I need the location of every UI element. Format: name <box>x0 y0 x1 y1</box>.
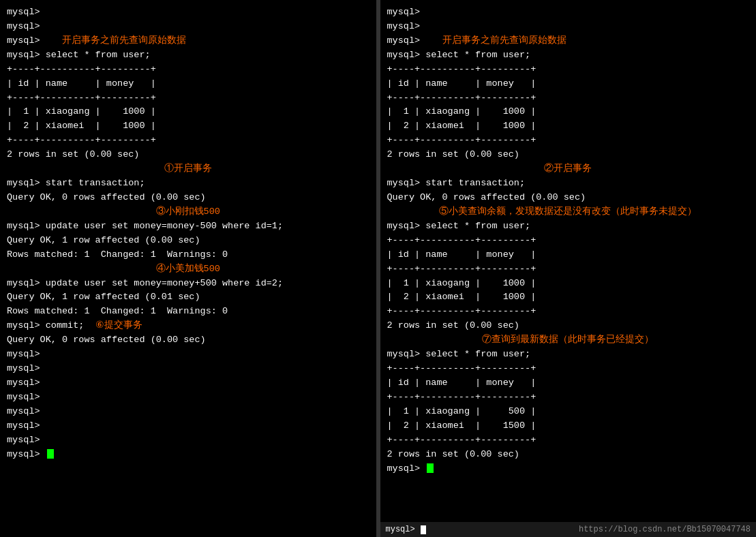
terminal-line: mysql> update user set money=money-500 w… <box>7 219 369 234</box>
terminal-line: | id | name | money | <box>387 376 750 390</box>
terminal-line: ②开启事务 <box>387 162 750 177</box>
terminal-line: 2 rows in set (0.00 sec) <box>7 148 369 162</box>
terminal-line: +----+----------+---------+ <box>387 134 750 148</box>
terminal-line: +----+----------+---------+ <box>387 262 750 277</box>
terminal-line: mysql> <box>7 376 369 390</box>
terminal-line: mysql> start transaction; <box>7 177 369 191</box>
terminal-line: +----+----------+---------+ <box>387 305 750 319</box>
terminal-line: ③小刚扣钱500 <box>7 205 369 219</box>
terminal-line: mysql> <box>7 5 369 20</box>
terminal-line: | id | name | money | <box>387 77 750 91</box>
terminal-line: mysql> update user set money=money+500 w… <box>7 277 369 291</box>
terminal-line: mysql> <box>7 20 369 34</box>
terminal-line: | id | name | money | <box>7 77 369 91</box>
terminal-line: mysql> <box>387 20 750 34</box>
terminal-line: ⑦查询到最新数据（此时事务已经提交） <box>387 333 750 348</box>
terminal-line: +----+----------+---------+ <box>387 362 750 376</box>
terminal-line: ④小美加钱500 <box>7 262 369 277</box>
terminal-line: mysql> 开启事务之前先查询原始数据 <box>7 34 369 48</box>
terminal-line: mysql> <box>7 419 369 433</box>
terminal-line: +----+----------+---------+ <box>387 433 750 448</box>
terminal-line: | 2 | xiaomei | 1500 | <box>387 419 750 433</box>
terminal-line: +----+----------+---------+ <box>7 134 369 148</box>
footer-bar: mysql>https://blog.csdn.net/Bb1507004774… <box>380 522 757 537</box>
terminal-line: mysql> select * from user; <box>387 48 750 63</box>
terminal-line: mysql> <box>387 462 750 476</box>
terminal-line: | 2 | xiaomei | 1000 | <box>7 119 369 134</box>
terminal-line: Query OK, 0 rows affected (0.00 sec) <box>7 333 369 348</box>
terminal-line: +----+----------+---------+ <box>387 390 750 405</box>
footer-cursor <box>421 525 426 534</box>
terminal-line: 2 rows in set (0.00 sec) <box>387 148 750 162</box>
terminal-line: 2 rows in set (0.00 sec) <box>387 319 750 333</box>
terminal-line: Rows matched: 1 Changed: 1 Warnings: 0 <box>7 248 369 262</box>
footer-url: https://blog.csdn.net/Bb15070047748 <box>579 525 751 534</box>
terminal-line: Query OK, 0 rows affected (0.00 sec) <box>7 191 369 205</box>
terminal-line: mysql> start transaction; <box>387 177 750 191</box>
right-panel: mysql>mysql>mysql> 开启事务之前先查询原始数据mysql> s… <box>380 0 757 537</box>
terminal-line: +----+----------+---------+ <box>387 91 750 106</box>
terminal-line: mysql> <box>7 390 369 405</box>
terminal-line: | id | name | money | <box>387 248 750 262</box>
terminal-line: ⑤小美查询余额，发现数据还是没有改变（此时事务未提交） <box>387 205 750 219</box>
terminal-line: +----+----------+---------+ <box>387 63 750 77</box>
terminal-line: | 2 | xiaomei | 1000 | <box>387 119 750 134</box>
terminal-line: Query OK, 1 row affected (0.00 sec) <box>7 234 369 248</box>
left-panel: mysql>mysql>mysql> 开启事务之前先查询原始数据mysql> s… <box>0 0 376 537</box>
terminal-line: | 2 | xiaomei | 1000 | <box>387 290 750 305</box>
terminal-line: | 1 | xiaogang | 500 | <box>387 405 750 419</box>
terminal-line: +----+----------+---------+ <box>7 91 369 106</box>
terminal-line: ①开启事务 <box>7 162 369 177</box>
terminal-line: mysql> <box>7 362 369 376</box>
terminal-line: mysql> commit; ⑥提交事务 <box>7 319 369 333</box>
terminal-line: mysql> select * from user; <box>387 348 750 362</box>
terminal-cursor <box>47 449 54 459</box>
terminal-cursor <box>427 463 434 473</box>
terminal-line: 2 rows in set (0.00 sec) <box>387 448 750 462</box>
terminal-line: | 1 | xiaogang | 1000 | <box>387 105 750 119</box>
terminal-line: mysql> <box>7 405 369 419</box>
terminal-line: Query OK, 0 rows affected (0.00 sec) <box>387 191 750 205</box>
terminal-line: | 1 | xiaogang | 1000 | <box>387 277 750 291</box>
terminal-line: mysql> select * from user; <box>7 48 369 63</box>
terminal-line: mysql> select * from user; <box>387 219 750 234</box>
terminal-line: mysql> <box>7 433 369 448</box>
terminal-line: mysql> <box>387 5 750 20</box>
terminal-line: Query OK, 1 row affected (0.01 sec) <box>7 290 369 305</box>
terminal-line: +----+----------+---------+ <box>387 234 750 248</box>
terminal-line: +----+----------+---------+ <box>7 63 369 77</box>
terminal-line: | 1 | xiaogang | 1000 | <box>7 105 369 119</box>
terminal-line: mysql> 开启事务之前先查询原始数据 <box>387 34 750 48</box>
terminal-line: mysql> <box>7 348 369 362</box>
terminal-line: Rows matched: 1 Changed: 1 Warnings: 0 <box>7 305 369 319</box>
terminal-line: mysql> <box>7 448 369 462</box>
